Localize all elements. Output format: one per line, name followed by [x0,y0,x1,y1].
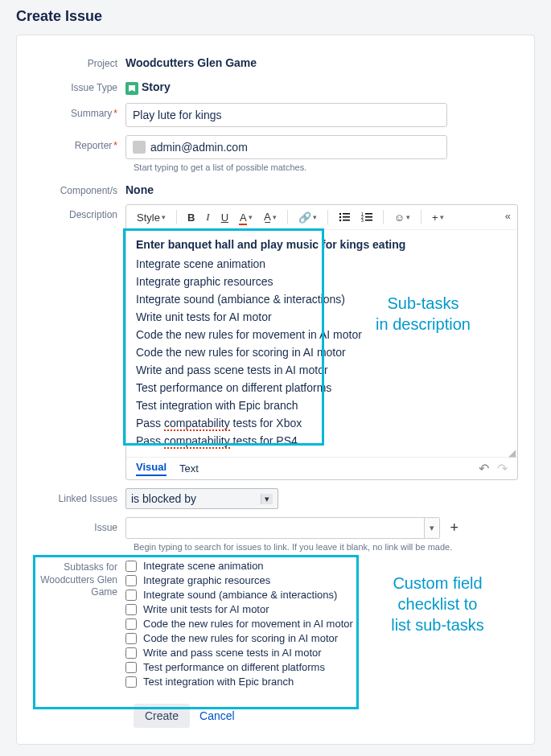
issue-help: Begin typing to search for issues to lin… [134,542,518,552]
checklist-item[interactable]: Test integration with Epic branch [125,676,353,688]
field-label-components: Component/s [33,180,125,196]
italic-button[interactable]: I [202,208,213,226]
checklist-item[interactable]: Code the new rules for scoring in AI mot… [125,632,353,644]
svg-text:3: 3 [361,218,364,222]
checklist-checkbox[interactable] [125,676,137,688]
reporter-input[interactable]: admin@admin.com [125,135,447,159]
style-dropdown[interactable]: Style▾ [133,209,170,226]
subtasks-checklist: Integrate scene animationIntegrate graph… [125,557,353,688]
svg-point-2 [339,216,341,218]
checklist-checkbox[interactable] [125,633,137,644]
svg-rect-11 [365,220,372,221]
svg-point-0 [339,213,341,215]
tab-text[interactable]: Text [179,462,199,475]
story-icon [125,82,138,95]
checklist-label: Test performance on different platforms [143,661,325,673]
components-value: None [125,180,518,196]
undo-button[interactable]: ↶ [479,461,489,476]
checklist-label: Write and pass scene tests in AI motor [143,647,322,659]
editor-line: Pass compatability tests for PS4 [136,434,508,447]
editor-line: Write and pass scene tests in AI motor [136,364,508,376]
checklist-label: Write unit tests for AI motor [143,603,269,615]
cancel-button[interactable]: Cancel [199,709,235,722]
link-type-select[interactable]: is blocked by ▾ [125,488,278,509]
field-label-project: Project [33,53,125,69]
checklist-checkbox[interactable] [125,662,137,673]
tab-visual[interactable]: Visual [136,461,167,476]
checklist-checkbox[interactable] [125,604,137,615]
checklist-checkbox[interactable] [125,575,137,586]
field-label-summary: Summary* [33,103,125,119]
checklist-label: Integrate scene animation [143,560,264,572]
issue-link-input[interactable] [126,518,424,538]
svg-rect-5 [343,220,350,221]
redo-button[interactable]: ↷ [497,461,508,476]
link-button[interactable]: 🔗▾ [294,209,321,226]
field-description: Description Style▾ B I U A▾ A̲▾ 🔗▾ [33,204,518,480]
dropdown-arrow-icon: ▾ [261,494,273,504]
bold-button[interactable]: B [183,209,199,226]
checklist-checkbox[interactable] [125,647,137,659]
editor-line: Test integration with Epic branch [136,399,508,412]
annotation-label-checklist: Custom fieldchecklist tolist sub-tasks [373,573,502,635]
underline-button[interactable]: U [217,209,232,226]
checklist-item[interactable]: Code the new rules for movement in AI mo… [125,618,353,630]
svg-rect-7 [365,213,372,215]
checklist-checkbox[interactable] [125,590,137,601]
svg-point-4 [339,220,341,221]
editor-line: Code the new rules for scoring in AI mot… [136,346,508,359]
checklist-item[interactable]: Write and pass scene tests in AI motor [125,647,353,659]
editor-heading: Enter banquet hall and play music for ki… [136,238,508,251]
modal-footer: Create Cancel [134,704,518,728]
checklist-checkbox[interactable] [125,561,137,572]
bullet-list-button[interactable] [335,210,354,224]
editor-line: Write unit tests for AI motor [136,310,508,323]
rich-text-editor: Style▾ B I U A▾ A̲▾ 🔗▾ [125,204,518,480]
checklist-item[interactable]: Integrate scene animation [125,560,353,572]
editor-line: Code the new rules for movement in AI mo… [136,328,508,341]
editor-tabs: Visual Text ↶ ↷ [126,457,517,479]
checklist-item[interactable]: Integrate graphic resources [125,574,353,586]
field-issue-type: Issue Type Story [33,77,518,95]
editor-line: Integrate graphic resources [136,275,508,288]
add-issue-link-button[interactable]: + [445,517,463,539]
checklist-label: Code the new rules for movement in AI mo… [143,618,353,630]
field-label-subtasks: Subtasks for Woodcutters Glen Game [33,557,125,688]
emoji-button[interactable]: ☺▾ [390,209,414,226]
checklist-checkbox[interactable] [125,618,137,630]
numbered-list-button[interactable]: 123 [357,210,376,224]
field-label-issue: Issue [33,517,125,533]
collapse-toolbar-button[interactable]: « [505,210,511,222]
field-label-issue-type: Issue Type [33,77,125,93]
field-reporter: Reporter* admin@admin.com [33,135,518,159]
checklist-item[interactable]: Write unit tests for AI motor [125,603,353,615]
field-label-linked-issues: Linked Issues [33,488,125,504]
svg-rect-9 [365,216,372,218]
page-title: Create Issue [0,0,551,35]
issue-link-dropdown[interactable]: ▾ [424,518,439,538]
field-summary: Summary* [33,103,518,127]
project-value: Woodcutters Glen Game [125,53,518,69]
summary-input[interactable] [125,103,447,127]
create-issue-modal: Project Woodcutters Glen Game Issue Type… [16,35,535,745]
checklist-item[interactable]: Integrate sound (ambiance & interactions… [125,589,353,601]
reporter-help: Start typing to get a list of possible m… [134,162,518,172]
more-text-button[interactable]: A̲▾ [260,208,281,226]
checklist-label: Test integration with Epic branch [143,676,294,688]
insert-button[interactable]: +▾ [428,209,448,226]
editor-line: Integrate scene animation [136,257,508,270]
svg-rect-1 [343,213,350,215]
field-linked-issues: Linked Issues is blocked by ▾ [33,488,518,509]
text-color-button[interactable]: A▾ [236,209,257,226]
field-components: Component/s None [33,180,518,196]
create-button[interactable]: Create [134,704,190,728]
editor-line: Test performance on different platforms [136,381,508,394]
checklist-item[interactable]: Test performance on different platforms [125,661,353,673]
field-label-description: Description [33,204,125,220]
field-issue: Issue ▾ + [33,517,518,539]
editor-toolbar: Style▾ B I U A▾ A̲▾ 🔗▾ [126,205,517,230]
editor-line: Integrate sound (ambiance & interactions… [136,293,508,306]
checklist-label: Integrate graphic resources [143,574,270,586]
editor-content[interactable]: Enter banquet hall and play music for ki… [126,230,517,457]
checklist-label: Code the new rules for scoring in AI mot… [143,632,338,644]
